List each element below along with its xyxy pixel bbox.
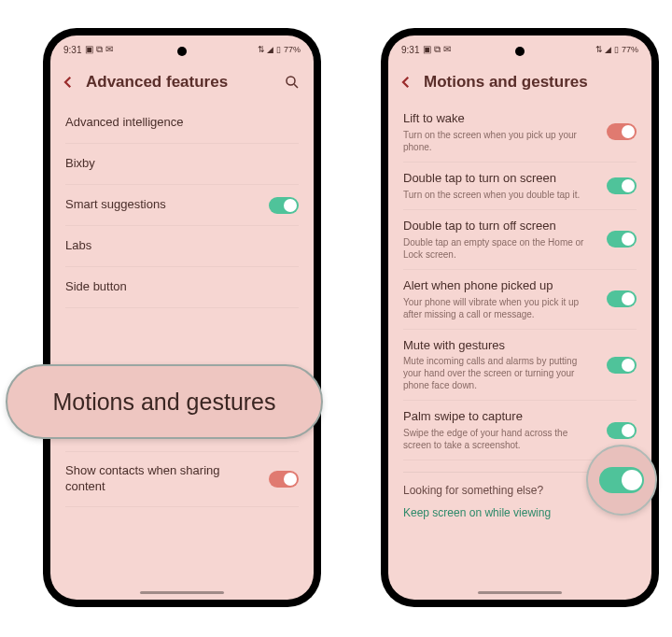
row-label: Advanced intelligence xyxy=(65,115,289,131)
svg-point-0 xyxy=(287,77,295,85)
row-label: Show contacts when sharing content xyxy=(65,463,259,495)
status-icons-left: ▣ ⧉ ✉ xyxy=(423,44,451,55)
row-desc: Turn on the screen when you double tap i… xyxy=(403,189,597,201)
header: Motions and gestures xyxy=(388,64,651,103)
status-time: 9:31 xyxy=(63,45,81,55)
status-time: 9:31 xyxy=(401,45,419,55)
row-side-button[interactable]: Side button xyxy=(65,267,299,308)
header: Advanced features xyxy=(50,64,314,103)
camera-hole xyxy=(177,47,187,56)
row-label: Mute with gestures xyxy=(403,338,597,354)
toggle-palm-swipe[interactable] xyxy=(607,422,637,439)
row-alert-pickup[interactable]: Alert when phone picked up Your phone wi… xyxy=(403,270,637,330)
status-icons-right: ⇅ ◢ ▯ xyxy=(258,45,281,54)
row-mute-gestures[interactable]: Mute with gestures Mute incoming calls a… xyxy=(403,330,637,402)
status-battery: 77% xyxy=(622,45,638,54)
toggle-alert-pickup[interactable] xyxy=(607,290,637,307)
screen-right: 9:31 ▣ ⧉ ✉ ⇅ ◢ ▯ 77% Motions and gesture… xyxy=(388,35,651,600)
row-show-contacts[interactable]: Show contacts when sharing content xyxy=(65,452,299,507)
phone-frame-right: 9:31 ▣ ⧉ ✉ ⇅ ◢ ▯ 77% Motions and gesture… xyxy=(381,28,659,607)
back-icon[interactable] xyxy=(398,74,414,91)
camera-hole xyxy=(515,47,525,56)
status-icons-right: ⇅ ◢ ▯ xyxy=(595,45,619,54)
phone-frame-left: 9:31 ▣ ⧉ ✉ ⇅ ◢ ▯ 77% Advanced features A… xyxy=(43,28,321,607)
toggle-double-tap-on[interactable] xyxy=(607,177,637,194)
home-indicator[interactable] xyxy=(478,591,562,594)
row-label: Palm swipe to capture xyxy=(403,409,597,425)
status-battery: 77% xyxy=(284,45,301,54)
row-double-tap-on[interactable]: Double tap to turn on screen Turn on the… xyxy=(403,163,637,210)
row-desc: Turn on the screen when you pick up your… xyxy=(403,129,597,153)
row-label: Lift to wake xyxy=(403,111,597,127)
row-desc: Mute incoming calls and alarms by puttin… xyxy=(403,355,597,391)
row-label: Smart suggestions xyxy=(65,197,259,213)
search-icon[interactable] xyxy=(284,74,301,91)
screen-left: 9:31 ▣ ⧉ ✉ ⇅ ◢ ▯ 77% Advanced features A… xyxy=(50,35,314,600)
row-desc: Double tap an empty space on the Home or… xyxy=(403,236,597,261)
toggle-smart-suggestions[interactable] xyxy=(269,197,299,214)
row-desc: Swipe the edge of your hand across the s… xyxy=(403,427,597,451)
row-smart-suggestions[interactable]: Smart suggestions xyxy=(65,185,299,226)
page-title: Advanced features xyxy=(86,73,274,92)
toggle-double-tap-off[interactable] xyxy=(607,231,637,248)
row-label: Labs xyxy=(65,238,289,254)
home-indicator[interactable] xyxy=(140,591,224,594)
status-icons-left: ▣ ⧉ ✉ xyxy=(85,44,113,55)
toggle-lift-to-wake[interactable] xyxy=(607,123,637,140)
row-labs[interactable]: Labs xyxy=(65,226,299,267)
toggle-show-contacts[interactable] xyxy=(269,471,299,488)
row-label: Alert when phone picked up xyxy=(403,278,597,294)
toggle-mute-gestures[interactable] xyxy=(607,357,637,374)
callout-motions-and-gestures: Motions and gestures xyxy=(6,364,323,439)
page-title: Motions and gestures xyxy=(424,73,638,92)
row-lift-to-wake[interactable]: Lift to wake Turn on the screen when you… xyxy=(403,103,637,163)
row-double-tap-off[interactable]: Double tap to turn off screen Double tap… xyxy=(403,210,637,270)
row-desc: Your phone will vibrate when you pick it… xyxy=(403,296,597,320)
settings-list: Advanced intelligence Bixby Smart sugges… xyxy=(50,103,314,507)
row-label: Double tap to turn on screen xyxy=(403,171,597,187)
back-icon[interactable] xyxy=(60,74,77,91)
row-advanced-intelligence[interactable]: Advanced intelligence xyxy=(65,103,299,144)
callout-label: Motions and gestures xyxy=(52,389,275,416)
row-label: Double tap to turn off screen xyxy=(403,219,597,234)
callout-palm-swipe-toggle xyxy=(586,445,657,516)
toggle-highlight[interactable] xyxy=(599,467,644,493)
row-bixby[interactable]: Bixby xyxy=(65,144,299,185)
row-label: Bixby xyxy=(65,156,289,172)
row-label: Side button xyxy=(65,279,289,295)
